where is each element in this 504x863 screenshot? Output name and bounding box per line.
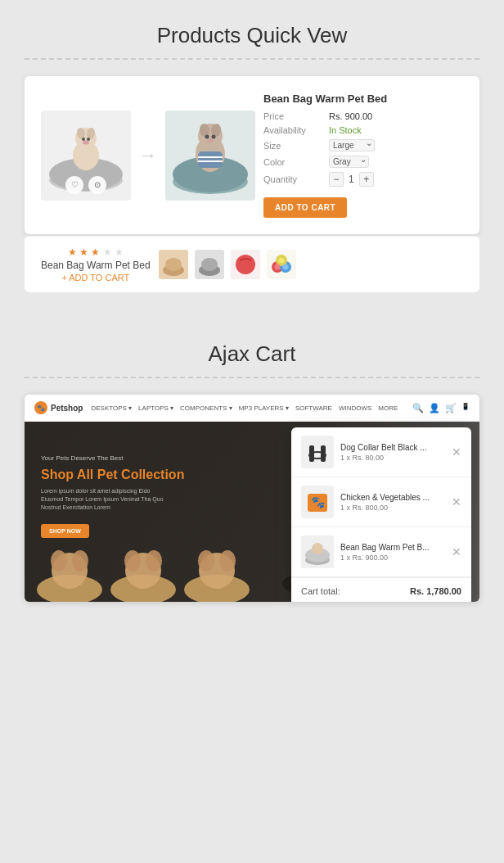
cart-item-1-qty-price: 1 x Rs. 80.00 (340, 454, 445, 462)
quick-view-content: ♡ ⊙ → (0, 76, 504, 317)
cart-item-1-info: Dog Collar Belt Black ... 1 x Rs. 80.00 (340, 443, 445, 462)
cart-item-3-remove[interactable]: ✕ (452, 545, 461, 558)
puppies-image-area (25, 528, 275, 602)
quick-view-section: Products Quick Vew (0, 0, 504, 317)
qv-color-row: Color Gray Brown Black (263, 156, 463, 168)
svg-point-40 (72, 550, 88, 572)
quick-view-card: ♡ ⊙ → (25, 76, 479, 234)
svg-point-39 (51, 550, 67, 572)
qv-bottom-product-title: Bean Bag Warm Pet Bed (41, 260, 151, 271)
nav-more[interactable]: MORE (378, 404, 398, 412)
cart-item-2: 🐾 Chicken & Vegetables ... 1 x Rs. 800.0… (291, 477, 471, 527)
qv-quantity-increase[interactable]: + (359, 172, 374, 187)
svg-text:🐾: 🐾 (311, 495, 326, 509)
user-icon[interactable]: 👤 (429, 403, 440, 413)
svg-point-22 (165, 258, 182, 271)
qv-add-to-cart-button[interactable]: ADD TO CART (263, 197, 347, 218)
store-logo-text: Petshop (51, 404, 83, 413)
nav-software[interactable]: SOFTWARE (295, 404, 332, 412)
qv-eye-icon[interactable]: ⊙ (88, 176, 106, 194)
cart-item-1-name: Dog Collar Belt Black ... (340, 443, 445, 452)
svg-point-25 (236, 255, 255, 274)
svg-point-48 (219, 550, 236, 572)
ajax-cart-section: Ajax Cart 🐾 Petshop DESKTOPS ▾ LAPTOPS ▾… (0, 317, 504, 602)
qv-product-image-small: ♡ ⊙ (41, 111, 131, 201)
nav-windows[interactable]: WINDOWS (339, 404, 371, 412)
svg-rect-12 (198, 151, 223, 168)
nav-links: DESKTOPS ▾ LAPTOPS ▾ COMPONENTS ▾ MP3 PL… (91, 404, 404, 412)
qv-thumb-1[interactable] (159, 250, 188, 279)
qv-availability-label: Availability (263, 125, 329, 135)
cart-item-2-remove[interactable]: ✕ (452, 495, 461, 508)
qv-price-value: Rs. 900.00 (329, 111, 372, 121)
cart-total-row: Cart total: Rs. 1,780.00 (291, 577, 471, 602)
logo-icon: 🐾 (34, 401, 47, 414)
qv-thumb-2[interactable] (195, 250, 224, 279)
qv-product-image-large (165, 111, 255, 201)
qv-heart-icon[interactable]: ♡ (65, 176, 83, 194)
cart-item-2-qty-price: 1 x Rs. 800.00 (340, 504, 445, 512)
nav-mp3[interactable]: MP3 PLAYERS ▾ (239, 404, 289, 412)
qv-color-select-wrapper: Gray Brown Black (329, 156, 369, 168)
qv-stars: ★ ★ ★ ★ ★ (41, 246, 151, 258)
star-5: ★ (115, 246, 124, 258)
qv-size-label: Size (263, 141, 329, 151)
hero-tagline: Your Pets Deserve The Best (41, 454, 184, 462)
svg-point-7 (87, 138, 90, 141)
cart-item-1-image (301, 436, 334, 468)
cart-item-1: Dog Collar Belt Black ... 1 x Rs. 80.00 … (291, 427, 471, 477)
qv-quantity-control: − 1 + (329, 172, 374, 187)
svg-point-8 (83, 140, 89, 144)
nav-components[interactable]: COMPONENTS ▾ (180, 404, 232, 412)
star-1: ★ (68, 246, 77, 258)
svg-point-6 (82, 138, 85, 141)
store-mockup: 🐾 Petshop DESKTOPS ▾ LAPTOPS ▾ COMPONENT… (25, 395, 479, 602)
svg-point-31 (278, 258, 284, 264)
zoomed-image-svg (169, 115, 251, 197)
qv-add-to-cart-link[interactable]: + ADD TO CART (41, 273, 151, 282)
nav-icons: 🔍 👤 🛒 📱 (412, 403, 470, 413)
qv-product-name: Bean Bag Warm Pet Bed (263, 93, 463, 105)
qv-thumbnails (159, 250, 296, 279)
cart-total-value: Rs. 1,780.00 (410, 586, 461, 596)
collar-image-svg (303, 437, 332, 467)
star-4: ★ (103, 246, 112, 258)
qv-overlay-icons: ♡ ⊙ (65, 176, 106, 194)
qv-price-row: Price Rs. 900.00 (263, 111, 463, 121)
star-2: ★ (79, 246, 88, 258)
qv-availability-row: Availability In Stock (263, 125, 463, 135)
qv-thumb-4[interactable] (267, 250, 296, 279)
arrow-icon: → (139, 145, 157, 166)
cart-item-3-name: Bean Bag Warm Pet B... (340, 543, 445, 552)
puppies-svg (25, 528, 275, 602)
cart-item-3: Bean Bag Warm Pet B... 1 x Rs. 900.00 ✕ (291, 527, 471, 577)
cart-icon[interactable]: 🛒 (445, 403, 457, 413)
nav-desktops[interactable]: DESKTOPS ▾ (91, 404, 132, 412)
star-3: ★ (91, 246, 100, 258)
qv-thumb-3[interactable] (231, 250, 260, 279)
cart-item-2-info: Chicken & Vegetables ... 1 x Rs. 800.00 (340, 493, 445, 512)
svg-point-18 (205, 134, 209, 138)
svg-point-44 (146, 550, 162, 572)
qv-color-select[interactable]: Gray Brown Black (329, 156, 369, 168)
hero-title: Shop All Pet Collection (41, 467, 184, 482)
hero-content: Your Pets Deserve The Best Shop All Pet … (41, 454, 184, 538)
nav-laptops[interactable]: LAPTOPS ▾ (138, 404, 173, 412)
qv-size-row: Size Large Small Medium (263, 139, 463, 151)
qv-product-details: Bean Bag Warm Pet Bed Price Rs. 900.00 A… (263, 93, 463, 218)
svg-point-43 (124, 550, 141, 572)
qv-quantity-label: Quantity (263, 174, 329, 184)
cart-item-1-remove[interactable]: ✕ (452, 445, 461, 459)
qv-bottom-row: ★ ★ ★ ★ ★ Bean Bag Warm Pet Bed + ADD TO… (25, 236, 479, 292)
svg-point-29 (274, 264, 280, 270)
qv-color-label: Color (263, 157, 329, 167)
cart-total-label: Cart total: (301, 586, 340, 596)
cart-item-3-image (301, 535, 334, 568)
quick-view-title: Products Quick Vew (0, 0, 504, 58)
qv-size-select[interactable]: Large Small Medium (329, 139, 375, 151)
search-icon[interactable]: 🔍 (412, 403, 424, 413)
qv-quantity-decrease[interactable]: − (329, 172, 344, 187)
qv-availability-value: In Stock (329, 125, 362, 135)
cart-item-3-info: Bean Bag Warm Pet B... 1 x Rs. 900.00 (340, 543, 445, 562)
svg-point-30 (282, 264, 288, 270)
